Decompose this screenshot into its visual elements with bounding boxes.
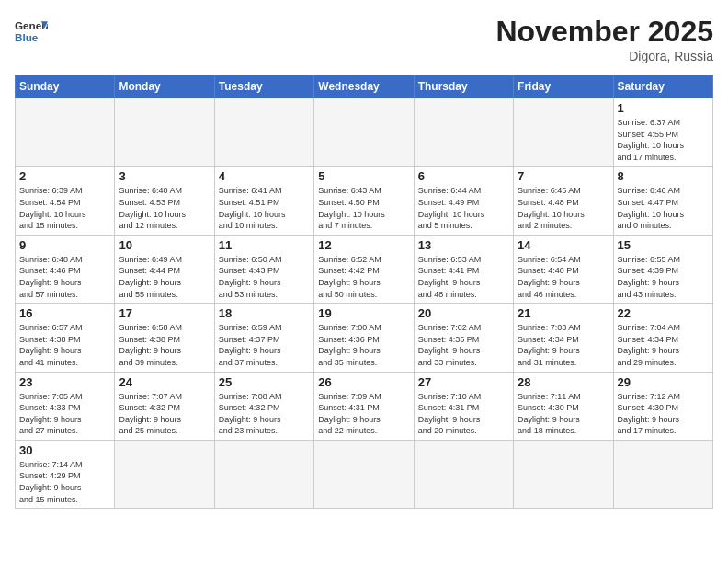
calendar-cell: 26Sunrise: 7:09 AM Sunset: 4:31 PM Dayli…: [314, 372, 414, 440]
calendar-cell: 10Sunrise: 6:49 AM Sunset: 4:44 PM Dayli…: [115, 235, 214, 303]
day-info: Sunrise: 7:07 AM Sunset: 4:32 PM Dayligh…: [119, 391, 210, 437]
weekday-header-monday: Monday: [115, 75, 214, 98]
calendar-cell: 15Sunrise: 6:55 AM Sunset: 4:39 PM Dayli…: [613, 235, 712, 303]
day-number: 19: [318, 306, 409, 320]
day-number: 22: [618, 306, 709, 320]
day-info: Sunrise: 7:10 AM Sunset: 4:31 PM Dayligh…: [418, 391, 509, 437]
day-info: Sunrise: 7:02 AM Sunset: 4:35 PM Dayligh…: [418, 322, 509, 368]
calendar-cell: [16, 98, 115, 167]
calendar-cell: [314, 98, 414, 167]
day-number: 14: [518, 238, 609, 252]
day-info: Sunrise: 6:54 AM Sunset: 4:40 PM Dayligh…: [518, 254, 609, 300]
day-number: 18: [219, 306, 310, 320]
day-number: 11: [219, 238, 310, 252]
weekday-header-saturday: Saturday: [613, 75, 712, 98]
svg-text:General: General: [15, 19, 48, 31]
day-number: 6: [418, 169, 509, 183]
title-block: November 2025 Digora, Russia: [495, 15, 713, 63]
day-number: 21: [518, 306, 609, 320]
calendar-cell: [214, 98, 313, 167]
day-number: 16: [19, 306, 110, 320]
day-number: 26: [318, 375, 409, 389]
calendar-week-5: 23Sunrise: 7:05 AM Sunset: 4:33 PM Dayli…: [16, 372, 713, 440]
calendar-cell: 5Sunrise: 6:43 AM Sunset: 4:50 PM Daylig…: [314, 167, 414, 235]
day-info: Sunrise: 7:03 AM Sunset: 4:34 PM Dayligh…: [518, 322, 609, 368]
calendar-week-2: 2Sunrise: 6:39 AM Sunset: 4:54 PM Daylig…: [16, 167, 713, 235]
calendar-cell: 25Sunrise: 7:08 AM Sunset: 4:32 PM Dayli…: [214, 372, 313, 440]
day-number: 29: [618, 375, 709, 389]
svg-text:Blue: Blue: [15, 31, 39, 43]
day-info: Sunrise: 6:37 AM Sunset: 4:55 PM Dayligh…: [618, 117, 709, 163]
day-info: Sunrise: 6:57 AM Sunset: 4:38 PM Dayligh…: [19, 322, 110, 368]
day-number: 25: [219, 375, 310, 389]
calendar-cell: 3Sunrise: 6:40 AM Sunset: 4:53 PM Daylig…: [115, 167, 214, 235]
day-number: 9: [19, 238, 110, 252]
calendar-cell: 30Sunrise: 7:14 AM Sunset: 4:29 PM Dayli…: [16, 440, 115, 508]
calendar-cell: 14Sunrise: 6:54 AM Sunset: 4:40 PM Dayli…: [514, 235, 613, 303]
day-info: Sunrise: 7:11 AM Sunset: 4:30 PM Dayligh…: [518, 391, 609, 437]
logo: General Blue: [15, 15, 48, 48]
calendar-cell: 20Sunrise: 7:02 AM Sunset: 4:35 PM Dayli…: [414, 304, 513, 372]
weekday-header-thursday: Thursday: [414, 75, 513, 98]
calendar-cell: [314, 440, 414, 508]
day-number: 23: [19, 375, 110, 389]
day-number: 4: [219, 169, 310, 183]
day-info: Sunrise: 6:41 AM Sunset: 4:51 PM Dayligh…: [219, 185, 310, 231]
calendar-week-1: 1Sunrise: 6:37 AM Sunset: 4:55 PM Daylig…: [16, 98, 713, 167]
day-number: 5: [318, 169, 409, 183]
calendar-cell: 13Sunrise: 6:53 AM Sunset: 4:41 PM Dayli…: [414, 235, 513, 303]
weekday-header-row: SundayMondayTuesdayWednesdayThursdayFrid…: [16, 75, 713, 98]
day-info: Sunrise: 6:39 AM Sunset: 4:54 PM Dayligh…: [19, 185, 110, 231]
calendar-cell: 6Sunrise: 6:44 AM Sunset: 4:49 PM Daylig…: [414, 167, 513, 235]
calendar-cell: 27Sunrise: 7:10 AM Sunset: 4:31 PM Dayli…: [414, 372, 513, 440]
day-info: Sunrise: 6:58 AM Sunset: 4:38 PM Dayligh…: [119, 322, 210, 368]
day-info: Sunrise: 7:08 AM Sunset: 4:32 PM Dayligh…: [219, 391, 310, 437]
day-info: Sunrise: 6:59 AM Sunset: 4:37 PM Dayligh…: [219, 322, 310, 368]
day-number: 27: [418, 375, 509, 389]
location: Digora, Russia: [495, 49, 713, 63]
calendar-cell: 23Sunrise: 7:05 AM Sunset: 4:33 PM Dayli…: [16, 372, 115, 440]
day-info: Sunrise: 7:14 AM Sunset: 4:29 PM Dayligh…: [19, 459, 110, 505]
day-info: Sunrise: 6:46 AM Sunset: 4:47 PM Dayligh…: [618, 185, 709, 231]
calendar-cell: 28Sunrise: 7:11 AM Sunset: 4:30 PM Dayli…: [514, 372, 613, 440]
day-info: Sunrise: 7:00 AM Sunset: 4:36 PM Dayligh…: [318, 322, 409, 368]
calendar-week-6: 30Sunrise: 7:14 AM Sunset: 4:29 PM Dayli…: [16, 440, 713, 508]
calendar-cell: [115, 440, 214, 508]
calendar-table: SundayMondayTuesdayWednesdayThursdayFrid…: [15, 75, 713, 509]
day-number: 1: [618, 101, 709, 115]
calendar-cell: 22Sunrise: 7:04 AM Sunset: 4:34 PM Dayli…: [613, 304, 712, 372]
day-number: 10: [119, 238, 210, 252]
calendar-cell: 4Sunrise: 6:41 AM Sunset: 4:51 PM Daylig…: [214, 167, 313, 235]
day-info: Sunrise: 7:09 AM Sunset: 4:31 PM Dayligh…: [318, 391, 409, 437]
day-number: 15: [618, 238, 709, 252]
calendar-cell: [514, 98, 613, 167]
calendar-cell: 8Sunrise: 6:46 AM Sunset: 4:47 PM Daylig…: [613, 167, 712, 235]
day-number: 30: [19, 443, 110, 457]
page-header: General Blue November 2025 Digora, Russi…: [15, 15, 713, 63]
day-info: Sunrise: 6:48 AM Sunset: 4:46 PM Dayligh…: [19, 254, 110, 300]
day-number: 17: [119, 306, 210, 320]
day-info: Sunrise: 6:44 AM Sunset: 4:49 PM Dayligh…: [418, 185, 509, 231]
calendar-cell: 11Sunrise: 6:50 AM Sunset: 4:43 PM Dayli…: [214, 235, 313, 303]
day-info: Sunrise: 6:49 AM Sunset: 4:44 PM Dayligh…: [119, 254, 210, 300]
calendar-cell: 7Sunrise: 6:45 AM Sunset: 4:48 PM Daylig…: [514, 167, 613, 235]
day-number: 28: [518, 375, 609, 389]
day-info: Sunrise: 6:53 AM Sunset: 4:41 PM Dayligh…: [418, 254, 509, 300]
day-info: Sunrise: 6:43 AM Sunset: 4:50 PM Dayligh…: [318, 185, 409, 231]
day-number: 12: [318, 238, 409, 252]
calendar-cell: [115, 98, 214, 167]
day-info: Sunrise: 6:55 AM Sunset: 4:39 PM Dayligh…: [618, 254, 709, 300]
day-info: Sunrise: 7:04 AM Sunset: 4:34 PM Dayligh…: [618, 322, 709, 368]
calendar-cell: 18Sunrise: 6:59 AM Sunset: 4:37 PM Dayli…: [214, 304, 313, 372]
calendar-cell: 16Sunrise: 6:57 AM Sunset: 4:38 PM Dayli…: [16, 304, 115, 372]
calendar-cell: [214, 440, 313, 508]
day-info: Sunrise: 7:12 AM Sunset: 4:30 PM Dayligh…: [618, 391, 709, 437]
day-number: 2: [19, 169, 110, 183]
calendar-cell: 9Sunrise: 6:48 AM Sunset: 4:46 PM Daylig…: [16, 235, 115, 303]
calendar-cell: [613, 440, 712, 508]
day-number: 20: [418, 306, 509, 320]
day-number: 7: [518, 169, 609, 183]
calendar-cell: 24Sunrise: 7:07 AM Sunset: 4:32 PM Dayli…: [115, 372, 214, 440]
day-info: Sunrise: 6:45 AM Sunset: 4:48 PM Dayligh…: [518, 185, 609, 231]
generalblue-icon: General Blue: [15, 15, 48, 48]
